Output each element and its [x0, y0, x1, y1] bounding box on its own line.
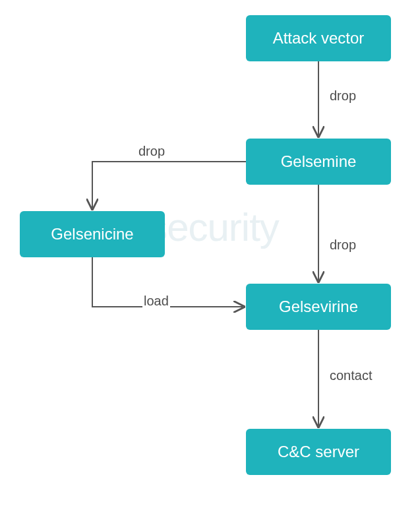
- node-label: Gelsevirine: [279, 298, 358, 316]
- edge-label-contact: contact: [328, 368, 373, 383]
- node-gelsemine: Gelsemine: [246, 139, 391, 185]
- node-label: Attack vector: [273, 29, 365, 47]
- watermark-part2: security: [148, 205, 279, 249]
- edge-label-drop-3: drop: [328, 237, 357, 253]
- node-cc-server: C&C server: [246, 429, 391, 475]
- node-attack-vector: Attack vector: [246, 15, 391, 61]
- node-gelsenicine: Gelsenicine: [20, 211, 165, 257]
- node-label: Gelsemine: [281, 152, 357, 171]
- node-gelsevirine: Gelsevirine: [246, 284, 391, 330]
- edge-label-drop-1: drop: [328, 88, 357, 104]
- edge-label-drop-2: drop: [137, 144, 166, 159]
- node-label: Gelsenicine: [51, 225, 133, 243]
- edge-label-load: load: [142, 294, 170, 309]
- node-label: C&C server: [278, 443, 359, 461]
